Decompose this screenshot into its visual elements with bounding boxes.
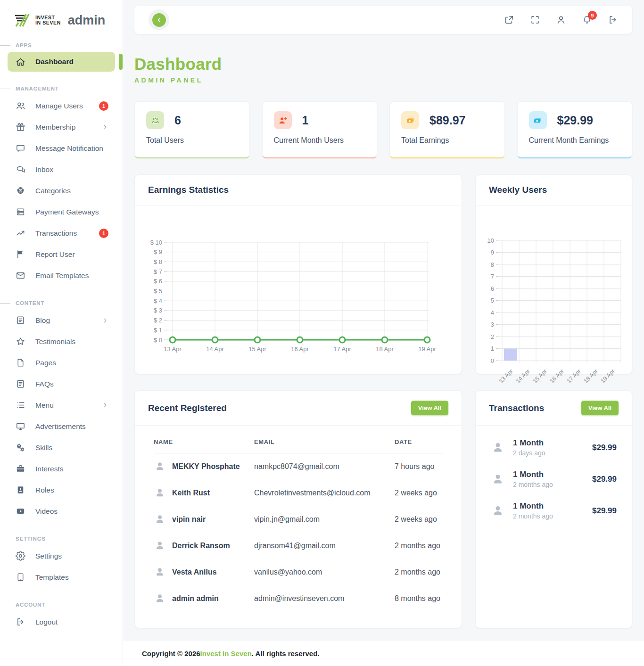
transactions-view-all-button[interactable]: View All [581, 401, 619, 415]
topbar-external-link-icon[interactable] [504, 15, 514, 25]
stat-value: 1 [302, 114, 309, 127]
sidebar-item-menu[interactable]: Menu [0, 395, 123, 416]
user-name: vipin nair [172, 515, 206, 524]
stat-icon-wrap [401, 111, 419, 129]
sidebar-item-interests[interactable]: Interests [0, 458, 123, 479]
svg-text:16 Apr: 16 Apr [549, 368, 565, 385]
transactions-card: Transactions View All 1 Month2 days ago$… [475, 390, 632, 628]
sidebar-item-label: Inbox [35, 165, 53, 174]
user-name: Keith Rust [172, 489, 210, 497]
svg-text:3: 3 [491, 321, 494, 328]
transactions-list: 1 Month2 days ago$29.991 Month2 months a… [476, 426, 632, 526]
brand-logo[interactable]: INVEST IN SEVEN admin [0, 0, 123, 28]
table-row[interactable]: admin adminadmin@investinseven.com8 mont… [154, 585, 443, 612]
svg-text:17 Apr: 17 Apr [333, 345, 351, 353]
recent-view-all-button[interactable]: View All [411, 401, 448, 415]
table-row[interactable]: vipin nairvipin.jn@gmail.com2 weeks ago [154, 506, 443, 533]
topbar: 9 [134, 6, 632, 34]
footer-copyright: Copyright © 2026 [142, 650, 200, 658]
svg-text:15 Apr: 15 Apr [248, 345, 266, 353]
transaction-plan: 1 Month [513, 438, 545, 448]
sidebar-item-dashboard[interactable]: Dashboard [8, 52, 115, 72]
sidebar-item-email-templates[interactable]: Email Templates [0, 265, 123, 286]
table-row[interactable]: Vesta Anilusvanilus@yahoo.com2 months ag… [154, 559, 443, 585]
topbar-notifications-icon[interactable]: 9 [582, 15, 592, 25]
avatar [154, 487, 166, 499]
chip-icon [16, 186, 25, 196]
topbar-fullscreen-icon[interactable] [530, 15, 540, 25]
column-header-name: NAME [154, 438, 254, 445]
avatar [154, 540, 166, 552]
svg-text:18 Apr: 18 Apr [583, 368, 599, 385]
recent-registered-card: Recent Registered View All NAMEEMAILDATE… [134, 390, 462, 628]
page-head: Dashboard ADMIN PANEL [134, 55, 632, 84]
sidebar-section-apps: APPS [0, 42, 123, 48]
earnings-card-title: Earnings Statistics [148, 185, 229, 195]
sidebar-item-label: Testimonials [35, 337, 75, 346]
sidebar-nav: APPSDashboardMANAGEMENTManage Users1Memb… [0, 42, 123, 633]
topbar-logout-icon[interactable] [608, 15, 618, 25]
sidebar-item-pages[interactable]: Pages [0, 352, 123, 373]
sidebar-item-membership[interactable]: Membership [0, 116, 123, 138]
video-icon [16, 506, 25, 516]
sidebar-item-videos[interactable]: Videos [0, 501, 123, 522]
topbar-user-icon[interactable] [556, 15, 566, 25]
sidebar-item-label: Email Templates [35, 271, 89, 280]
sidebar-item-testimonials[interactable]: Testimonials [0, 331, 123, 352]
user-icon [556, 15, 566, 25]
sidebar-item-message-notification[interactable]: Message Notification [0, 138, 123, 159]
table-row[interactable]: MEKKY Phosphatenamkpc8074@gmail.com7 hou… [154, 453, 443, 480]
sidebar-item-logout[interactable]: Logout [0, 611, 123, 633]
sidebar-item-roles[interactable]: Roles [0, 479, 123, 501]
users-group-icon [150, 115, 160, 125]
recent-card-head: Recent Registered View All [135, 391, 462, 426]
stats-row: 6Total Users1Current Month Users$89.97To… [134, 101, 632, 158]
stat-label: Current Month Users [274, 136, 366, 145]
transaction-item[interactable]: 1 Month2 months ago$29.99 [476, 463, 632, 495]
table-row[interactable]: Keith RustChevroletinvestments@icloud.co… [154, 480, 443, 506]
sidebar-item-label: Logout [35, 618, 58, 626]
sidebar-item-inbox[interactable]: Inbox [0, 159, 123, 180]
sidebar-item-payment-gateways[interactable]: Payment Gateways [0, 201, 123, 222]
transaction-date: 2 months ago [513, 512, 553, 520]
sidebar-item-advertisements[interactable]: Advertisements [0, 416, 123, 437]
trend-icon [16, 228, 25, 238]
sidebar-item-manage-users[interactable]: Manage Users1 [0, 95, 123, 116]
transaction-date: 2 days ago [513, 449, 545, 457]
table-row[interactable]: Derrick Ransomdjransom41@gmail.com2 mont… [154, 533, 443, 559]
sidebar-section-account: ACCOUNT [0, 602, 123, 608]
chevron-right-icon [102, 317, 108, 324]
sidebar-item-label: Blog [35, 316, 50, 325]
transaction-item[interactable]: 1 Month2 months ago$29.99 [476, 495, 632, 526]
stat-card-current-month-users: 1Current Month Users [262, 101, 378, 158]
earnings-card-head: Earnings Statistics [135, 175, 462, 206]
active-indicator [119, 54, 123, 70]
sidebar-item-skills[interactable]: Skills [0, 437, 123, 458]
sidebar-item-label: Pages [35, 359, 56, 367]
money-icon [405, 115, 415, 125]
weekly-card-title: Weekly Users [489, 185, 547, 195]
user-email: vanilus@yahoo.com [254, 568, 395, 576]
sidebar-item-transactions[interactable]: Transactions1 [0, 222, 123, 244]
transaction-plan: 1 Month [513, 470, 553, 479]
footer-brand-link[interactable]: Invest In Seven [200, 650, 252, 658]
fullscreen-icon [530, 15, 540, 25]
stat-label: Total Earnings [401, 136, 493, 145]
earnings-statistics-card: Earnings Statistics $ 0$ 1$ 2$ 3$ 4$ 5$ … [134, 174, 462, 374]
sidebar-item-blog[interactable]: Blog [0, 310, 123, 331]
sidebar-collapse-button[interactable] [152, 13, 166, 27]
sidebar-item-label: Manage Users [35, 102, 83, 110]
sidebar-item-settings[interactable]: Settings [0, 545, 123, 567]
sidebar-item-report-user[interactable]: Report User [0, 244, 123, 265]
transactions-card-title: Transactions [489, 403, 544, 413]
sidebar-item-label: FAQs [35, 380, 54, 388]
server-icon [16, 207, 25, 217]
sidebar-item-categories[interactable]: Categories [0, 180, 123, 201]
sidebar-item-faqs[interactable]: FAQs [0, 373, 123, 395]
chevron-left-icon [156, 16, 163, 24]
logout-icon [608, 15, 618, 25]
svg-text:$ 4: $ 4 [154, 297, 162, 304]
svg-text:9: 9 [491, 249, 494, 256]
transaction-item[interactable]: 1 Month2 days ago$29.99 [476, 432, 632, 463]
sidebar-item-templates[interactable]: Templates [0, 567, 123, 588]
